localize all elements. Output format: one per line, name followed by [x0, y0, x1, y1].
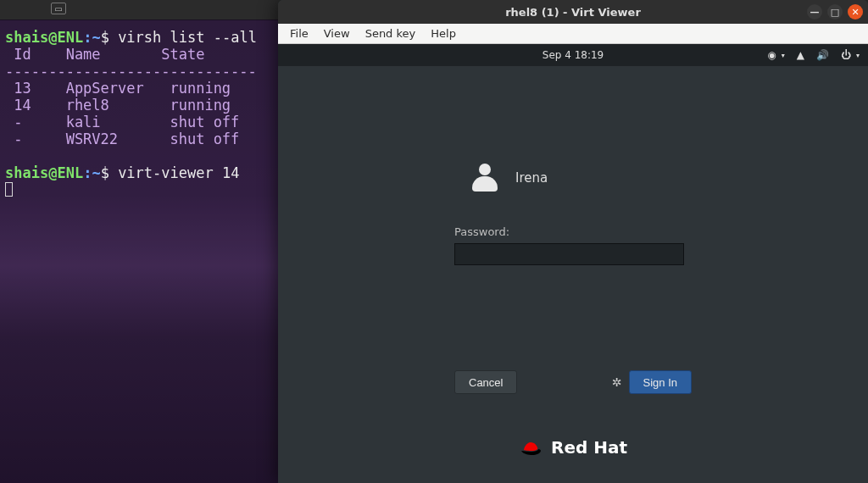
- cmd-virt-viewer: virt-viewer 14: [118, 164, 239, 181]
- terminal-output: shais@ENL:~$ virsh list --all Id Name St…: [0, 20, 278, 207]
- menu-help[interactable]: Help: [424, 25, 463, 42]
- prompt-path: :~: [83, 164, 100, 181]
- guest-system-tray[interactable]: ◉ ▾ ▲ 🔊 ⏻ ▾: [767, 49, 860, 61]
- prompt-at: @: [48, 164, 57, 181]
- table-row: - WSRV22 shut off: [5, 130, 239, 147]
- prompt-path: :~: [83, 29, 100, 46]
- virt-viewer-titlebar[interactable]: rhel8 (1) - Virt Viewer — □ ✕: [278, 0, 868, 24]
- virt-viewer-menubar: File View Send key Help: [278, 24, 868, 44]
- chevron-down-icon[interactable]: ▾: [856, 52, 860, 59]
- chevron-down-icon[interactable]: ▾: [782, 52, 785, 59]
- prompt-at: @: [48, 29, 57, 46]
- cancel-button[interactable]: Cancel: [454, 370, 517, 394]
- table-divider: -----------------------------: [5, 63, 257, 80]
- virt-viewer-window: rhel8 (1) - Virt Viewer — □ ✕ File View …: [278, 0, 868, 483]
- accessibility-icon[interactable]: ◉: [767, 49, 776, 61]
- sign-in-button[interactable]: Sign In: [629, 370, 692, 394]
- session-options-icon[interactable]: ✲: [612, 375, 622, 389]
- terminal-window[interactable]: shais@ENL:~$ virsh list --all Id Name St…: [0, 19, 278, 483]
- prompt-sigil: $: [101, 164, 118, 181]
- user-row[interactable]: Irena: [470, 163, 692, 193]
- avatar-icon: [470, 163, 500, 193]
- brand-logo: Red Hat: [519, 437, 627, 458]
- power-icon[interactable]: ⏻: [841, 49, 851, 61]
- redhat-icon: [519, 438, 542, 457]
- cmd-virsh-list: virsh list --all: [118, 29, 257, 46]
- network-icon[interactable]: ▲: [797, 49, 804, 61]
- password-label: Password:: [454, 225, 692, 238]
- password-input[interactable]: [454, 243, 684, 265]
- table-row: 13 AppServer running: [5, 80, 231, 97]
- prompt-user: shais: [5, 29, 48, 46]
- prompt-user: shais: [5, 164, 48, 181]
- brand-text: Red Hat: [551, 437, 627, 458]
- menu-send-key[interactable]: Send key: [359, 25, 423, 42]
- table-header: Id Name State: [5, 46, 204, 63]
- table-row: 14 rhel8 running: [5, 97, 231, 114]
- table-row: - kali shut off: [5, 114, 239, 130]
- user-name-label: Irena: [515, 170, 548, 186]
- guest-display[interactable]: Sep 4 18:19 ◉ ▾ ▲ 🔊 ⏻ ▾ Irena Pass: [278, 44, 868, 483]
- login-panel: Irena Password:: [454, 163, 692, 265]
- prompt-host: ENL: [57, 164, 83, 181]
- minimize-button[interactable]: —: [807, 4, 822, 19]
- menu-file[interactable]: File: [283, 25, 315, 42]
- guest-clock[interactable]: Sep 4 18:19: [542, 49, 604, 61]
- volume-icon[interactable]: 🔊: [816, 49, 829, 61]
- maximize-button[interactable]: □: [827, 4, 843, 19]
- guest-top-bar: Sep 4 18:19 ◉ ▾ ▲ 🔊 ⏻ ▾: [278, 44, 868, 66]
- login-button-row: Cancel ✲ Sign In: [454, 370, 692, 394]
- desktop-background: ▭ shais@ENL:~$ virsh list --all Id Name …: [0, 0, 868, 483]
- close-button[interactable]: ✕: [848, 4, 863, 19]
- window-title: rhel8 (1) - Virt Viewer: [505, 6, 641, 19]
- menu-view[interactable]: View: [317, 25, 357, 42]
- window-list-icon[interactable]: ▭: [51, 3, 66, 14]
- prompt-sigil: $: [101, 29, 118, 46]
- terminal-cursor: [5, 182, 13, 197]
- prompt-host: ENL: [57, 29, 83, 46]
